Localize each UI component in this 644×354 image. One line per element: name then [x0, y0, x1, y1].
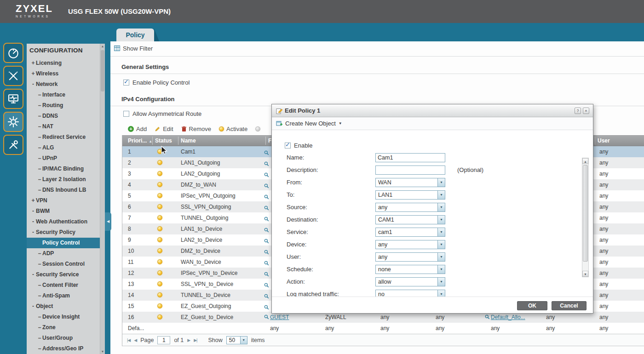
nav-item-network[interactable]: -Network [27, 79, 100, 90]
cancel-button[interactable]: Cancel [552, 301, 586, 310]
collapse-icon[interactable]: – [37, 248, 42, 259]
nav-item-alg[interactable]: –ALG [27, 143, 100, 153]
nav-item-vpn[interactable]: +VPN [27, 195, 100, 206]
rail-button-maintenance[interactable] [3, 135, 23, 155]
close-button[interactable]: × [583, 108, 589, 114]
action-select[interactable]: allow▼ [375, 277, 445, 286]
policy-row-defa[interactable]: Defa...anyanyanyanyanyanyany [122, 323, 644, 334]
scroll-down-icon[interactable]: ▼ [100, 350, 105, 353]
collapse-icon[interactable]: – [37, 153, 42, 164]
collapse-icon[interactable]: – [37, 132, 42, 143]
collapse-icon[interactable]: – [37, 312, 42, 322]
description-input[interactable] [375, 166, 445, 175]
collapse-icon[interactable]: – [37, 322, 42, 333]
collapse-icon[interactable]: – [37, 121, 42, 132]
scroll-down-icon[interactable]: ▼ [582, 271, 588, 277]
nav-item-user-group[interactable]: –User/Group [27, 333, 100, 343]
collapse-icon[interactable]: – [37, 111, 42, 121]
help-button[interactable]: ? [575, 108, 581, 114]
enable-policy-control-checkbox[interactable]: ✓ [123, 80, 129, 86]
activate-button[interactable]: Activate [219, 126, 247, 132]
rail-button-configuration[interactable] [3, 112, 23, 132]
rail-button-monitoring[interactable] [3, 89, 23, 109]
collapse-icon[interactable]: – [37, 333, 42, 343]
nav-item-redirect-service[interactable]: –Redirect Service [27, 132, 100, 143]
dialog-titlebar[interactable]: Edit Policy 1 ? × [272, 104, 593, 117]
nav-item-adp[interactable]: –ADP [27, 248, 100, 259]
dialog-scrollbar[interactable]: ▲ ▼ [582, 158, 589, 277]
rail-button-dashboard[interactable] [3, 43, 23, 63]
collapse-icon[interactable]: - [30, 269, 36, 280]
collapse-icon[interactable]: - [30, 206, 36, 217]
nav-scrollbar[interactable]: ▲ ▼ [100, 44, 105, 354]
collapse-icon[interactable]: – [37, 291, 42, 301]
service-select[interactable]: cam1▼ [375, 228, 445, 237]
remove-button[interactable]: Remove [181, 126, 211, 132]
nav-item-device-insight[interactable]: –Device Insight [27, 312, 100, 322]
nav-item-wireless[interactable]: +Wireless [27, 69, 100, 79]
expand-icon[interactable]: + [30, 69, 36, 79]
scroll-up-icon[interactable]: ▲ [100, 45, 105, 48]
collapse-icon[interactable]: – [37, 90, 42, 100]
collapse-icon[interactable]: – [37, 280, 42, 291]
page-number-input[interactable] [157, 336, 170, 344]
last-page-icon[interactable]: ▶| [194, 338, 197, 343]
nav-item-address-geo-ip[interactable]: –Address/Geo IP [27, 343, 100, 354]
scroll-up-icon[interactable]: ▲ [582, 158, 588, 164]
page-size-select[interactable]: 50 ▼ [226, 336, 247, 344]
nav-item-zone[interactable]: –Zone [27, 322, 100, 333]
collapse-icon[interactable]: - [30, 301, 36, 312]
rail-button-setup-wizard[interactable] [3, 66, 23, 86]
collapse-icon[interactable]: – [37, 143, 42, 153]
collapse-icon[interactable]: – [37, 164, 42, 174]
nav-item-security-policy[interactable]: -Security Policy [27, 227, 100, 238]
collapse-icon[interactable]: – [37, 100, 42, 111]
to-select[interactable]: LAN1▼ [375, 190, 445, 200]
first-page-icon[interactable]: |◀ [127, 338, 130, 343]
nav-item-policy-control[interactable]: Policy Control [27, 238, 100, 248]
nav-item-routing[interactable]: –Routing [27, 100, 100, 111]
collapse-icon[interactable]: – [37, 185, 42, 195]
device-select[interactable]: any▼ [375, 240, 445, 249]
nav-item-web-authentication[interactable]: -Web Authentication [27, 217, 100, 227]
nav-item-licensing[interactable]: +Licensing [27, 58, 100, 69]
create-new-object-menu[interactable]: Create New Object ▼ [272, 117, 593, 130]
nav-item-content-filter[interactable]: –Content Filter [27, 280, 100, 291]
tab-policy[interactable]: Policy [116, 29, 154, 41]
collapse-icon[interactable]: - [30, 217, 36, 227]
nav-scrollbar-thumb[interactable] [101, 50, 104, 91]
edit-button[interactable]: Edit [155, 126, 173, 132]
collapse-icon[interactable]: – [37, 259, 42, 269]
nav-collapse-handle[interactable]: ◀ [105, 212, 111, 231]
nav-item-session-control[interactable]: –Session Control [27, 259, 100, 269]
expand-icon[interactable]: + [30, 58, 36, 69]
schedule-select[interactable]: none▼ [375, 265, 445, 274]
collapse-icon[interactable]: - [30, 79, 36, 90]
inactivate-button[interactable] [255, 126, 260, 131]
nav-item-upnp[interactable]: –UPnP [27, 153, 100, 164]
nav-item-interface[interactable]: –Interface [27, 90, 100, 100]
collapse-icon[interactable]: – [37, 343, 42, 354]
source-select[interactable]: any▼ [375, 203, 445, 212]
nav-item-ip-mac-binding[interactable]: –IP/MAC Binding [27, 164, 100, 174]
nav-item-ddns[interactable]: –DDNS [27, 111, 100, 121]
next-page-icon[interactable]: ▶ [187, 338, 190, 343]
nav-item-dns-inbound-lb[interactable]: –DNS Inbound LB [27, 185, 100, 195]
nav-item-layer-2-isolation[interactable]: –Layer 2 Isolation [27, 174, 100, 185]
collapse-icon[interactable]: – [37, 174, 42, 185]
ok-button[interactable]: OK [517, 301, 547, 310]
allow-asymmetrical-route-checkbox[interactable] [123, 111, 129, 117]
user-select[interactable]: any▼ [375, 252, 445, 262]
previous-page-icon[interactable]: ◀ [134, 338, 137, 343]
expand-icon[interactable]: + [30, 195, 36, 206]
destination-select[interactable]: CAM1▼ [375, 215, 445, 224]
collapse-icon[interactable]: - [30, 227, 36, 238]
add-button[interactable]: + Add [128, 126, 147, 132]
nav-item-nat[interactable]: –NAT [27, 121, 100, 132]
nav-item-security-service[interactable]: -Security Service [27, 269, 100, 280]
name-input[interactable] [375, 153, 445, 162]
nav-item-object[interactable]: -Object [27, 301, 100, 312]
from-select[interactable]: WAN▼ [375, 178, 445, 187]
enable-checkbox[interactable]: ✓ [285, 143, 291, 148]
show-filter-button[interactable]: Show Filter [114, 43, 153, 53]
